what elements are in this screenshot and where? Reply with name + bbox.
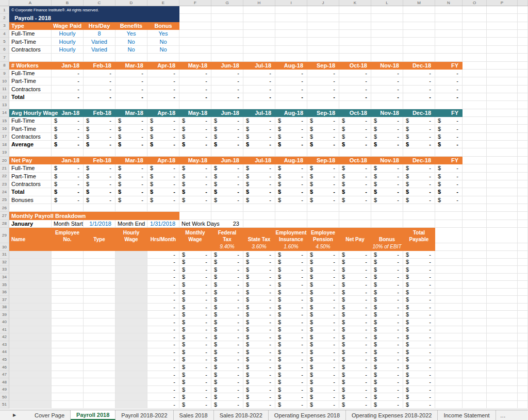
- cell[interactable]: [435, 22, 463, 30]
- row-header[interactable]: 14: [0, 109, 9, 117]
- cell[interactable]: [243, 54, 275, 61]
- type-cell[interactable]: [84, 251, 116, 259]
- value-cell[interactable]: $-: [52, 117, 84, 125]
- cell[interactable]: [339, 101, 371, 109]
- type-cell[interactable]: [84, 378, 116, 386]
- amount-cell[interactable]: $-: [339, 371, 371, 379]
- cell[interactable]: [463, 148, 487, 156]
- hrs-month-cell[interactable]: -: [147, 371, 179, 379]
- cell[interactable]: [463, 243, 487, 251]
- hourly-wage-input-cell[interactable]: [116, 341, 147, 349]
- hrs-day-cell[interactable]: 8: [84, 30, 116, 38]
- value-cell[interactable]: $-: [371, 164, 403, 172]
- value-cell[interactable]: $-: [147, 125, 179, 132]
- amount-cell[interactable]: $-: [403, 333, 435, 341]
- cell[interactable]: [307, 204, 339, 212]
- row-header[interactable]: 35: [0, 281, 9, 289]
- value-cell[interactable]: -: [275, 70, 307, 77]
- cell[interactable]: [371, 204, 403, 212]
- value-cell[interactable]: $-: [179, 180, 211, 188]
- amount-cell[interactable]: $-: [179, 378, 211, 386]
- amount-cell[interactable]: $-: [211, 386, 243, 394]
- cell[interactable]: [211, 22, 243, 30]
- value-cell[interactable]: -: [403, 86, 435, 93]
- value-cell[interactable]: $-: [339, 117, 371, 125]
- cell[interactable]: [463, 54, 487, 61]
- cell[interactable]: [435, 30, 463, 38]
- amount-cell[interactable]: $-: [211, 311, 243, 318]
- cell[interactable]: [518, 259, 528, 266]
- cell[interactable]: [339, 38, 371, 45]
- amount-cell[interactable]: $-: [339, 393, 371, 401]
- cell[interactable]: [518, 62, 528, 70]
- sheet-tab-payroll-2018-2022[interactable]: Payroll 2018-2022: [116, 410, 173, 420]
- amount-cell[interactable]: $-: [275, 326, 307, 334]
- cell[interactable]: [52, 101, 84, 109]
- value-cell[interactable]: $-: [275, 196, 307, 204]
- amount-cell[interactable]: $-: [275, 386, 307, 394]
- cell[interactable]: [435, 101, 463, 109]
- name-input-cell[interactable]: [9, 348, 52, 356]
- cell[interactable]: [463, 274, 487, 281]
- value-cell[interactable]: $-: [403, 188, 435, 196]
- hourly-wage-input-cell[interactable]: [116, 296, 147, 304]
- row-header[interactable]: 43: [0, 341, 9, 349]
- value-cell[interactable]: $-: [307, 180, 339, 188]
- amount-cell[interactable]: $-: [307, 318, 339, 326]
- name-input-cell[interactable]: [9, 326, 52, 334]
- type-cell[interactable]: [84, 266, 116, 274]
- value-cell[interactable]: -: [435, 77, 463, 85]
- amount-cell[interactable]: $-: [339, 266, 371, 274]
- cell[interactable]: [487, 378, 518, 386]
- type-cell[interactable]: [84, 304, 116, 311]
- value-cell[interactable]: -: [147, 77, 179, 85]
- value-cell[interactable]: $-: [339, 141, 371, 148]
- cell[interactable]: [518, 393, 528, 401]
- cell[interactable]: [463, 296, 487, 304]
- amount-cell[interactable]: $-: [179, 333, 211, 341]
- employee-no-cell[interactable]: [52, 251, 84, 259]
- value-cell[interactable]: $-: [371, 133, 403, 141]
- value-cell[interactable]: $-: [147, 180, 179, 188]
- cell[interactable]: [435, 266, 463, 274]
- type-cell[interactable]: [84, 356, 116, 364]
- cell[interactable]: [147, 101, 179, 109]
- amount-cell[interactable]: $-: [275, 318, 307, 326]
- amount-cell[interactable]: $-: [371, 386, 403, 394]
- value-cell[interactable]: -: [211, 86, 243, 93]
- value-cell[interactable]: $-: [116, 125, 147, 132]
- hourly-wage-input-cell[interactable]: [116, 393, 147, 401]
- cell[interactable]: [487, 148, 518, 156]
- amount-cell[interactable]: $-: [211, 259, 243, 266]
- row-header[interactable]: 22: [0, 173, 9, 180]
- cell[interactable]: [371, 46, 403, 54]
- amount-cell[interactable]: $-: [339, 348, 371, 356]
- amount-cell[interactable]: $-: [211, 356, 243, 364]
- value-cell[interactable]: $-: [84, 196, 116, 204]
- hourly-wage-input-cell[interactable]: [116, 326, 147, 334]
- cell[interactable]: [339, 22, 371, 30]
- cell[interactable]: [518, 70, 528, 77]
- type-cell[interactable]: [84, 326, 116, 334]
- value-cell[interactable]: $-: [243, 164, 275, 172]
- cell[interactable]: [518, 318, 528, 326]
- cell[interactable]: [211, 38, 243, 45]
- hourly-wage-input-cell[interactable]: [116, 348, 147, 356]
- wage-paid-cell[interactable]: Hourly: [52, 38, 84, 45]
- sheet-tab-operating-expenses-2018[interactable]: Operating Expenses 2018: [269, 410, 346, 420]
- amount-cell[interactable]: $-: [307, 304, 339, 311]
- cell[interactable]: [435, 296, 463, 304]
- name-input-cell[interactable]: [9, 341, 52, 349]
- amount-cell[interactable]: $-: [403, 304, 435, 311]
- amount-cell[interactable]: $-: [243, 378, 275, 386]
- month-end-value[interactable]: 1/31/2018: [147, 220, 179, 228]
- amount-cell[interactable]: $-: [275, 296, 307, 304]
- cell[interactable]: [487, 289, 518, 296]
- select-all-corner[interactable]: [0, 0, 9, 6]
- amount-cell[interactable]: $-: [307, 326, 339, 334]
- hourly-wage-input-cell[interactable]: [116, 333, 147, 341]
- cell[interactable]: [179, 204, 211, 212]
- cell[interactable]: [518, 173, 528, 180]
- value-cell[interactable]: $-: [147, 141, 179, 148]
- cell[interactable]: [487, 86, 518, 93]
